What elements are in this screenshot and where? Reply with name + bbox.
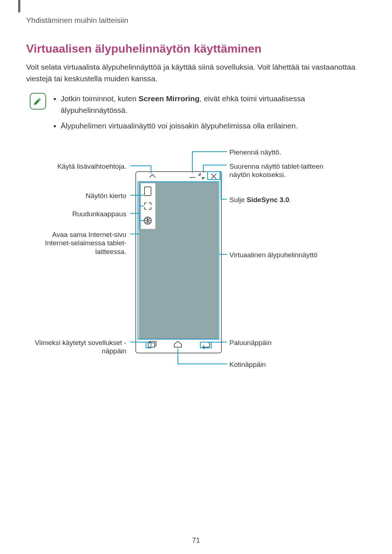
page-number: 71 <box>0 536 392 545</box>
note-item-1: Jotkin toiminnot, kuten Screen Mirroring… <box>61 93 366 116</box>
globe-lines-icon <box>144 217 151 224</box>
note-block: Jotkin toiminnot, kuten Screen Mirroring… <box>30 93 366 136</box>
note-icon <box>30 93 46 110</box>
line-minimize <box>192 152 227 173</box>
intro-paragraph: Voit selata virtuaalista älypuhelinnäytt… <box>26 61 366 84</box>
pen-icon <box>33 97 42 106</box>
page-title: Virtuaalisen älypuhelinnäytön käyttämine… <box>26 42 366 56</box>
note-item-2: Älypuhelimen virtuaalinäyttö voi joissak… <box>61 120 366 132</box>
figure: Käytä lisävaihtoehtoja. Näytön kierto Ru… <box>26 146 366 378</box>
section-header: Yhdistäminen muihin laitteisiin <box>26 16 366 25</box>
page-tab <box>18 0 20 12</box>
